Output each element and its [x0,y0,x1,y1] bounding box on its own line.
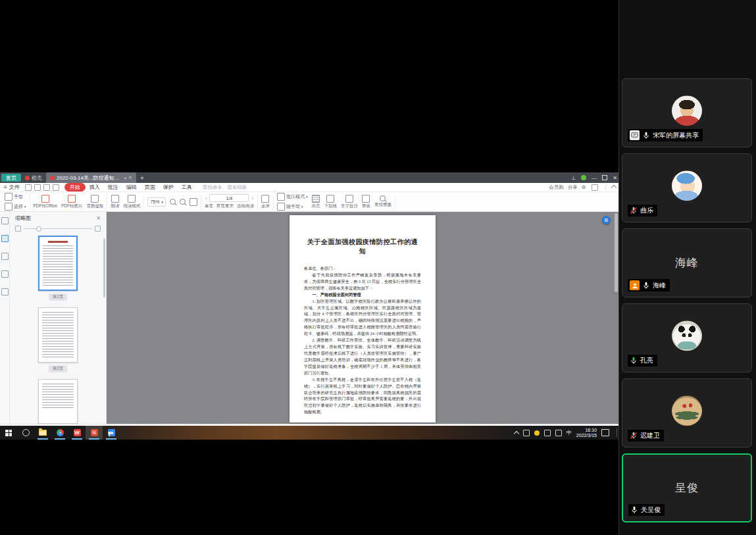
next-page-button[interactable]: › [251,196,253,201]
display-icon[interactable] [592,184,598,191]
collapse-ribbon-icon[interactable] [611,184,617,190]
menu-item-insert[interactable]: 插入 [86,184,104,191]
fit-page-icon[interactable] [189,198,197,206]
new-tab-button[interactable]: + [140,174,144,182]
more-icon[interactable]: ⋮ [603,184,609,190]
input-method-indicator[interactable]: 中 [567,429,572,436]
participant-tile-chijianwei[interactable]: 迟建卫 [622,378,752,447]
read-aloud-button[interactable]: 朗读 [111,195,119,209]
annotate-mode-button[interactable]: 批注模式▾ [277,193,308,201]
file-explorer-button[interactable] [34,426,51,440]
menu-item-start[interactable]: 开始 [64,183,86,191]
speaker-icon-tray[interactable] [544,430,551,436]
chrome-button[interactable] [51,426,68,440]
maximize-button[interactable] [602,175,607,180]
pdf-menu-bar: ≡ 文件 开始 插入 批注 编辑 页面 保护 工具 查找命令、搜索模板 会员购 … [0,183,618,192]
bookmark-panel-icon[interactable] [1,288,9,295]
search-button[interactable] [17,426,34,440]
start-button[interactable] [0,426,17,440]
hand-tool-button[interactable]: 手型 [5,193,26,201]
participant-tile-qule[interactable]: 曲乐 [622,153,752,222]
layout-icon[interactable]: ⊥ [571,175,576,181]
text-note-button[interactable]: 文字批注 [341,195,358,209]
pen-tray-icon[interactable] [523,430,530,436]
member-shop-button[interactable]: 会员购 [549,184,564,191]
action-center-icon[interactable] [601,429,609,436]
assistant-float-badge[interactable]: B [602,216,611,224]
pdf-to-office-button[interactable]: PDF转Office [34,195,57,209]
tab-caret-icon[interactable]: ▾ [124,176,126,180]
account-avatar[interactable] [581,175,586,180]
menu-item-protect[interactable]: 保护 [159,184,178,191]
slider-knob[interactable] [36,226,41,232]
participant-label: 关呈俊 [641,505,661,515]
page-indicator[interactable]: 1/4 [209,194,249,202]
docer-tab[interactable]: 稻壳 [21,172,46,183]
find-replace-button[interactable]: 查找替换 [374,195,391,208]
print-icon[interactable] [34,184,41,191]
app-tray-icon[interactable] [534,430,540,436]
pdf-to-office-icon [41,195,49,203]
participant-tile-guanchengjun[interactable]: 呈俊 关呈俊 [622,453,752,522]
menu-item-edit[interactable]: 编辑 [122,184,141,191]
pdf-to-image-button[interactable]: PDF转图片 [61,195,83,209]
enlarge-thumbs-icon[interactable] [95,226,101,232]
view-double-button[interactable]: 双页显示 [216,203,234,209]
zoom-combo[interactable]: 75%▾ [147,197,166,207]
thumbnail-scrollbar[interactable] [103,238,105,297]
command-search[interactable]: 查找命令、搜索模板 [203,184,247,191]
attachment-panel-icon[interactable] [1,270,9,278]
thumbnail-panel-title: 缩略图 [15,215,31,222]
outline-panel-icon[interactable] [1,217,9,224]
thumbnail-panel-icon[interactable] [1,235,9,242]
thumbnail-page-2[interactable] [38,307,78,363]
file-menu[interactable]: ≡ 文件 [0,184,24,191]
document-viewport[interactable]: 关于全面加强校园疫情防控工作的通知 各单位、各部门： 鉴于当前疫情防控工作严峻复… [107,212,618,424]
folder-icon [39,430,47,436]
shrink-thumbs-icon[interactable] [15,226,21,232]
highlight-button[interactable]: 高亮 [311,195,320,209]
participant-tile-haifeng[interactable]: 海峰 海峰 [622,228,752,297]
thumbnail-page-3[interactable] [38,379,78,424]
close-button[interactable]: ✕ [613,175,617,181]
fullscreen-button[interactable]: 全屏 [261,195,270,209]
panel-close-icon[interactable]: ✕ [96,215,101,221]
prev-page-button[interactable]: ‹ [205,196,207,201]
zoom-out-icon[interactable] [180,199,186,205]
participant-tile-songjun[interactable]: 宋军的屏幕共享 [622,78,752,147]
menu-item-comment[interactable]: 批注 [104,184,122,191]
minimize-button[interactable]: — [592,175,597,181]
select-tool-button[interactable]: 选择▾ [5,203,26,211]
wps-button[interactable]: W [68,426,86,440]
pdf-reader-taskbar-button[interactable]: 福 [86,426,103,440]
settings-gear-icon[interactable]: ⚙ [582,184,586,190]
document-scrollbar[interactable] [615,213,618,292]
document-tab[interactable]: 2022-03-14关...防控通知2.pdf ▾ ✕ [46,172,136,183]
save-icon[interactable] [25,184,32,191]
network-icon[interactable] [555,430,562,436]
share-button[interactable]: 分享 [568,184,578,191]
view-single-button[interactable]: 单页 [205,203,213,209]
hamburger-icon: ≡ [4,184,7,190]
participant-tile-kongliang[interactable]: 孔亮 [622,303,752,372]
undo-icon[interactable] [43,184,50,191]
underline-button[interactable]: 下划线 [324,195,337,209]
menu-item-page[interactable]: 页面 [141,184,159,191]
home-tab-button[interactable]: 首页 [1,174,21,182]
thumbnail-page-1[interactable] [38,236,78,291]
comment-panel-icon[interactable] [1,253,9,260]
shared-screen-area: 首页 稻壳 2022-03-14关...防控通知2.pdf ▾ ✕ + ⊥ — … [0,0,618,535]
freehand-button[interactable]: 随手写▾ [277,203,308,211]
zoom-in-icon[interactable] [170,199,176,205]
shape-button[interactable]: 形状 [362,195,370,209]
read-mode-button[interactable]: 阅读模式 [123,195,140,209]
page-extract-button[interactable]: 页面提取 [86,195,103,209]
tray-expand-icon[interactable] [514,430,519,436]
menu-item-tools[interactable]: 工具 [178,184,196,191]
thumbnail-size-slider[interactable] [10,224,106,236]
view-continuous-button[interactable]: 连续阅读 [237,203,254,209]
tab-close-icon[interactable]: ✕ [128,175,132,180]
taskbar-clock[interactable]: 16:10 2022/3/15 [576,428,597,438]
redo-icon[interactable] [53,184,59,191]
freehand-icon [277,203,285,211]
